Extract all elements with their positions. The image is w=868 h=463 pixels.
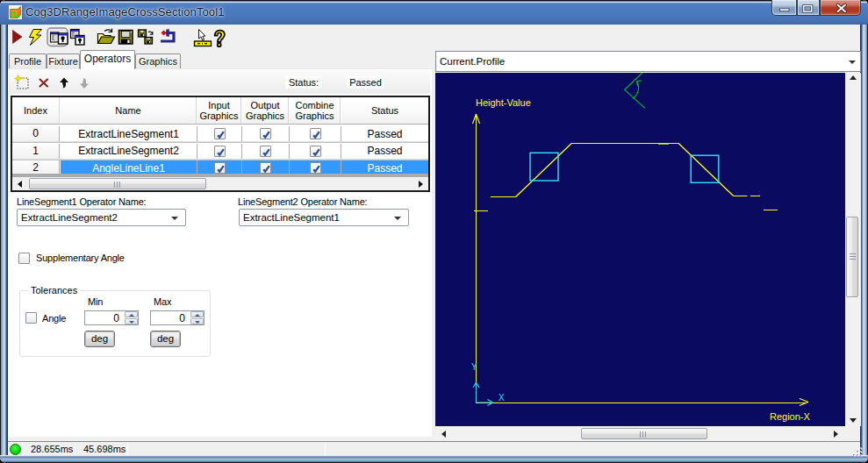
svg-text:X: X (499, 393, 505, 402)
svg-text:Y: Y (471, 362, 477, 372)
svg-text:Region-X: Region-X (770, 411, 811, 422)
svg-text:Height-Value: Height-Value (476, 97, 531, 108)
